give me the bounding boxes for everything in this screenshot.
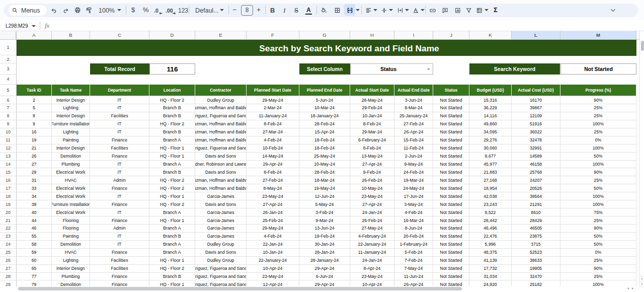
svg-text:.0: .0 (154, 8, 158, 14)
svg-text:.00: .00 (166, 8, 173, 14)
